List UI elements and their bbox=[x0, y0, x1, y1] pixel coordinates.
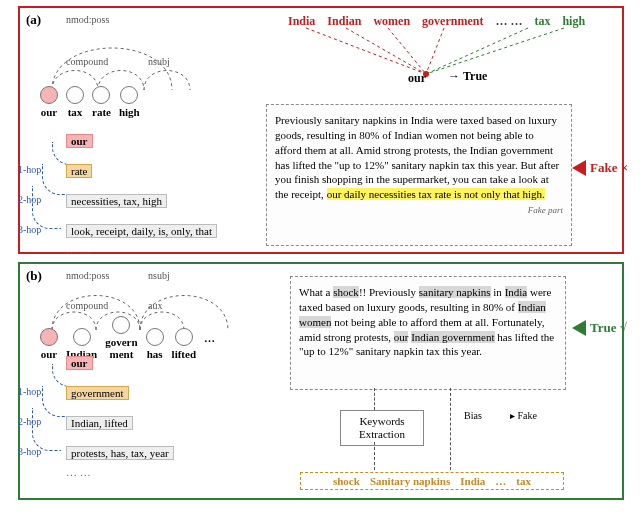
svg-line-5 bbox=[426, 28, 564, 74]
dep-word-lifted-b: lifted bbox=[172, 328, 196, 360]
dep-label-aux-b: aux bbox=[148, 300, 162, 311]
kw-out: tax bbox=[516, 475, 531, 487]
hop-dots-b: … … bbox=[66, 466, 174, 478]
paragraph-card-b: What a shock!! Previously sanitary napki… bbox=[290, 276, 566, 390]
dep-word-government-b: govern ment bbox=[105, 316, 137, 360]
kw-sanitary: sanitary napkins bbox=[419, 286, 491, 298]
keywords-extraction-box: Keywords Extraction bbox=[340, 410, 424, 446]
keywords-output: shock Sanitary napkins India … tax bbox=[300, 472, 564, 490]
panel-a-tag: (a) bbox=[26, 12, 41, 28]
hop3-label-b: 3-hop bbox=[18, 446, 41, 457]
fake-part-label: Fake part bbox=[275, 204, 563, 216]
dep-label-nsubj-a: nsubj bbox=[148, 56, 170, 67]
dep-word-rate-a: rate bbox=[92, 86, 111, 118]
kw-shock: shock bbox=[333, 286, 359, 298]
hop3-b: protests, has, tax, year bbox=[66, 446, 174, 460]
hop1-label-b: 1-hop bbox=[18, 386, 41, 397]
bias-label: Bias bbox=[464, 410, 482, 421]
kw-india: India bbox=[505, 286, 528, 298]
dep-word-high-a: high bbox=[119, 86, 140, 118]
svg-line-3 bbox=[426, 28, 444, 74]
dep-label-compound-b: compound bbox=[66, 300, 108, 311]
flow-arrow-down-icon bbox=[374, 388, 375, 410]
svg-line-1 bbox=[346, 28, 426, 74]
dep-dot-icon bbox=[66, 86, 84, 104]
dep-dot-icon bbox=[120, 86, 138, 104]
svg-line-0 bbox=[306, 28, 426, 74]
panel-b-tag: (b) bbox=[26, 268, 42, 284]
hop1-label-a: 1-hop bbox=[18, 164, 41, 175]
hop-dots-a: … … bbox=[66, 244, 217, 256]
dep-dot-icon bbox=[73, 328, 91, 346]
dep-dot-icon bbox=[92, 86, 110, 104]
dep-dot-seed-icon bbox=[40, 328, 58, 346]
attention-fan: India Indian women government … … tax hi… bbox=[288, 14, 608, 90]
dep-dot-icon bbox=[146, 328, 164, 346]
fan-result: True bbox=[463, 69, 487, 83]
flow-arrow-up-icon bbox=[450, 388, 451, 470]
dep-word-our-a: our bbox=[40, 86, 58, 118]
fan-focus: our bbox=[408, 71, 426, 86]
dep-label-nmodposs-b: nmod:poss bbox=[66, 270, 109, 281]
side-label-true: True √ bbox=[572, 320, 627, 336]
dep-ellipsis-b: … bbox=[204, 332, 215, 344]
hop-tree-b: our 1-hopgovernment 2-hopIndian, lifted … bbox=[66, 356, 174, 478]
hop3-a: look, receipt, daily, is, only, that bbox=[66, 224, 217, 238]
kw-out: … bbox=[495, 475, 506, 487]
hop-tree-a: our 1-hoprate 2-hopnecessities, tax, hig… bbox=[66, 134, 217, 256]
hop2-a: necessities, tax, high bbox=[66, 194, 167, 208]
paragraph-a-highlight: our daily necessities tax rate is not on… bbox=[327, 188, 545, 200]
hop1-b: government bbox=[66, 386, 129, 400]
hop2-b: Indian, lifted bbox=[66, 416, 133, 430]
paragraph-card-a: Previously sanitary napkins in India wer… bbox=[266, 104, 572, 246]
kw-indian-gov: Indian government bbox=[411, 331, 494, 343]
kw-out: India bbox=[460, 475, 485, 487]
kw-out: Sanitary napkins bbox=[370, 475, 450, 487]
kw-out: shock bbox=[333, 475, 360, 487]
hop3-label-a: 3-hop bbox=[18, 224, 41, 235]
keyword-flow: Keywords Extraction Bias ▸ Fake shock Sa… bbox=[300, 386, 560, 494]
dep-chain-b: our Indian govern ment has lifted … bbox=[40, 316, 215, 360]
dep-dot-icon bbox=[175, 328, 193, 346]
arrow-left-icon bbox=[572, 160, 586, 176]
dep-dot-icon bbox=[112, 316, 130, 334]
dep-word-tax-a: tax bbox=[66, 86, 84, 118]
flow-arrow-down-icon bbox=[374, 442, 375, 470]
side-label-fake: Fake × bbox=[572, 160, 628, 176]
dep-word-our-b: our bbox=[40, 328, 58, 360]
arrow-left-icon bbox=[572, 320, 586, 336]
dep-dot-seed-icon bbox=[40, 86, 58, 104]
fan-arrow-icon: → True bbox=[448, 69, 487, 84]
kw-our: our bbox=[394, 331, 409, 343]
dep-label-nsubj-b: nsubj bbox=[148, 270, 170, 281]
dep-chain-a: our tax rate high bbox=[40, 86, 140, 118]
dep-label-compound-a: compound bbox=[66, 56, 108, 67]
dep-label-nmodposs-a: nmod:poss bbox=[66, 14, 109, 25]
bias-prediction: ▸ Fake bbox=[510, 410, 537, 421]
